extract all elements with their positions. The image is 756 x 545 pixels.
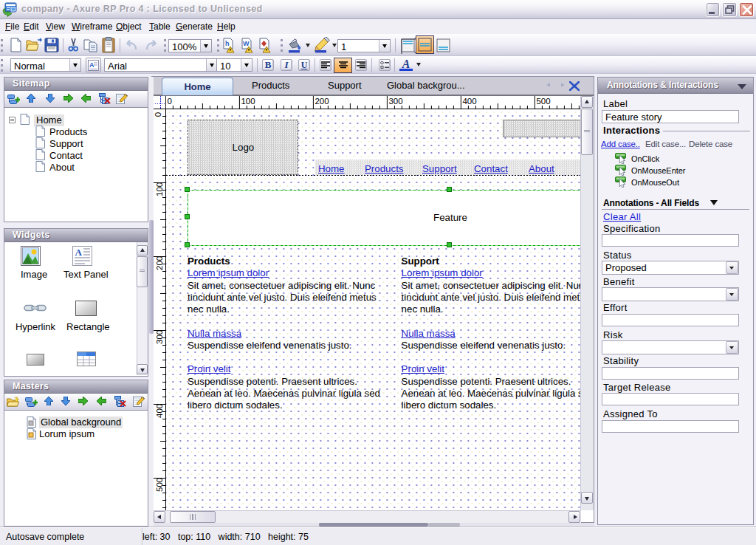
svg-text:A: A	[75, 247, 83, 258]
svg-text:W: W	[243, 40, 250, 47]
svg-text:A: A	[89, 61, 94, 69]
svg-text:h: h	[225, 40, 230, 47]
